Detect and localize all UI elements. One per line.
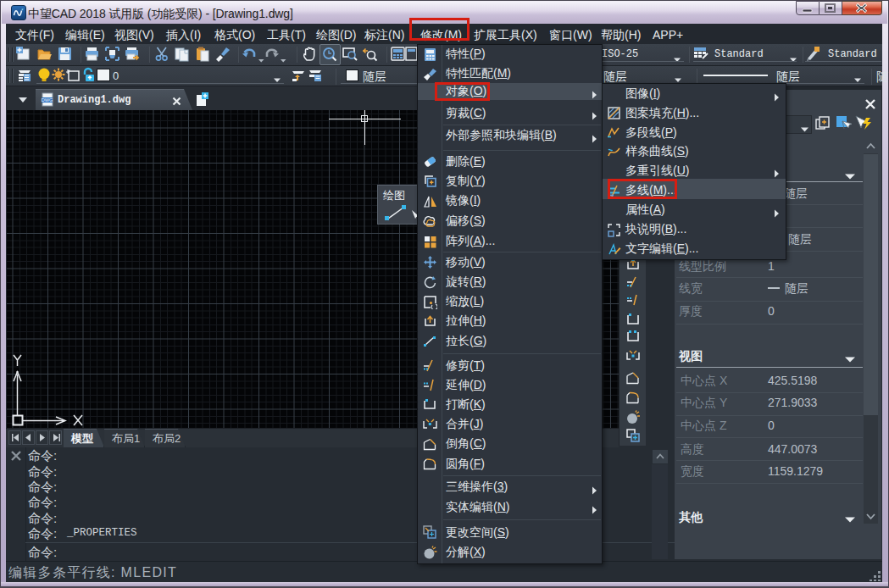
svg-text:DWG: DWG xyxy=(42,97,53,103)
